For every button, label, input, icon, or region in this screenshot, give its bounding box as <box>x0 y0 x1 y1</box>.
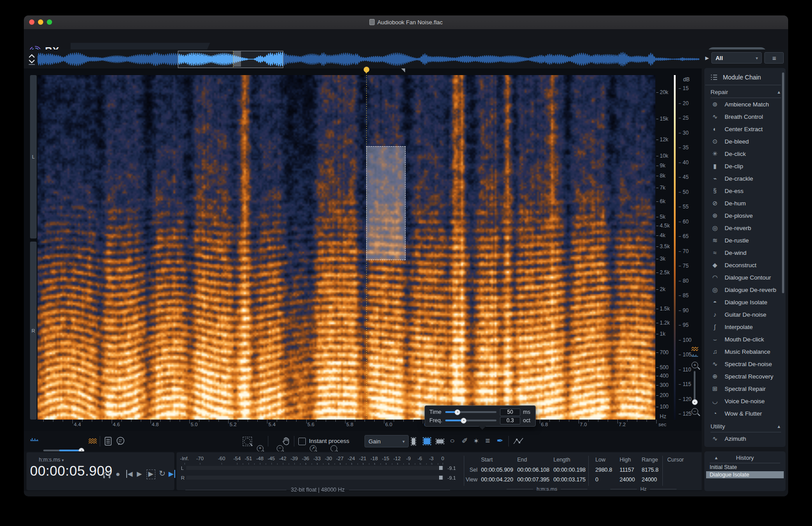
preview-play-icon[interactable]: ▶ <box>705 55 709 61</box>
module-item-de-bleed[interactable]: ⊙De-bleed <box>704 135 786 148</box>
vertical-zoom-knob[interactable] <box>692 399 698 405</box>
zoom-in-button[interactable]: + <box>257 445 263 452</box>
time-selection-tool[interactable] <box>409 437 418 446</box>
time-frequency-selection-tool[interactable] <box>422 437 432 446</box>
db-tick: 70 <box>679 248 688 254</box>
module-item-spectral-repair[interactable]: ⊞Spectral Repair <box>704 382 786 395</box>
module-item-de-reverb[interactable]: ◎De-reverb <box>704 222 786 234</box>
history-item[interactable]: Dialogue Isolate <box>706 471 784 478</box>
module-item-de-click[interactable]: ✳De-click <box>704 148 786 160</box>
db-colorbar[interactable] <box>674 75 676 420</box>
section-header-repair[interactable]: Repair▲ <box>710 86 781 98</box>
module-filter-select[interactable]: All ▾ <box>711 52 762 64</box>
overview-view-window[interactable] <box>178 51 283 68</box>
magic-wand-tool[interactable]: ✶ <box>471 436 481 445</box>
vertical-zoom-out-icon[interactable]: − <box>692 408 698 415</box>
module-item-dialogue-contour[interactable]: ◠Dialogue Contour <box>704 271 786 284</box>
spectrogram-canvas[interactable] <box>38 75 655 420</box>
module-item-label: Interpolate <box>725 324 753 330</box>
db-tick: 90 <box>679 307 688 314</box>
selection-corner-marker[interactable] <box>401 68 405 72</box>
zoom-fit-button[interactable]: ↗ <box>310 445 316 452</box>
spectral-selection[interactable] <box>366 146 406 260</box>
module-item-de-plosive[interactable]: ⊛De-plosive <box>704 209 786 222</box>
module-item-spectral-recovery[interactable]: ⊕Spectral Recovery <box>704 370 786 382</box>
popup-time-value[interactable]: 50 <box>500 409 520 416</box>
module-item-ambience-match[interactable]: ⊚Ambience Match <box>704 98 786 110</box>
module-item-mouth-de-click[interactable]: ⌣Mouth De-click <box>704 333 786 345</box>
process-mode-select[interactable]: Gain ▾ <box>365 435 409 447</box>
module-item-dialogue-de-reverb[interactable]: ◎Dialogue De-reverb <box>704 284 786 296</box>
play-button[interactable]: ▶ <box>137 470 142 478</box>
channel-gutter-left[interactable]: L <box>30 75 37 238</box>
waveform-display-icon[interactable] <box>30 438 39 444</box>
chevron-down-icon: ▾ <box>402 439 405 444</box>
module-list-menu-button[interactable]: ≡ <box>764 52 784 64</box>
module-item-spectral-de-noise[interactable]: ∿Spectral De-noise <box>704 358 786 370</box>
zoom-out-button[interactable]: − <box>277 445 283 452</box>
time-ruler[interactable]: 4.44.64.85.05.25.45.65.86.06.26.46.66.87… <box>24 420 702 431</box>
view-high: 24000 <box>620 477 635 483</box>
module-item-de-crackle[interactable]: ⌁De-crackle <box>704 172 786 185</box>
interpolate-icon: ∫ <box>710 323 719 330</box>
waveform-view-icon[interactable] <box>691 354 699 359</box>
brush-tool[interactable]: ✐ <box>460 436 470 445</box>
dialogue-isolate-icon: ◓ <box>710 299 719 306</box>
waveform-overview[interactable] <box>38 50 699 68</box>
playhead-marker[interactable] <box>364 67 369 72</box>
go-to-start-button[interactable]: ◀ <box>126 470 133 478</box>
popup-time-slider[interactable] <box>445 411 496 413</box>
lasso-tool[interactable]: ○ <box>447 437 457 444</box>
module-chain-item[interactable]: Module Chain <box>705 70 781 85</box>
module-item-de-ess[interactable]: §De-ess <box>704 185 786 197</box>
module-item-interpolate[interactable]: ∫Interpolate <box>704 321 786 333</box>
spectrogram-display-icon[interactable] <box>88 438 97 444</box>
module-item-dither[interactable]: ∷Dither <box>704 445 786 447</box>
flatten-tool[interactable]: ≡ <box>483 436 492 445</box>
instant-process-checkbox[interactable] <box>298 438 306 445</box>
play-selection-button[interactable]: ▶ <box>147 469 155 479</box>
time-format-selector[interactable]: h:m:s.ms ▾ <box>39 457 64 463</box>
popup-freq-value[interactable]: 0.3 <box>500 417 520 424</box>
channel-gutter-right[interactable]: R <box>30 242 37 420</box>
row-view-label: View <box>464 477 477 483</box>
module-item-de-wind[interactable]: ≈De-wind <box>704 246 786 259</box>
module-item-center-extract[interactable]: ◐Center Extract <box>704 123 786 135</box>
history-collapse-icon[interactable]: ▲ <box>714 455 718 460</box>
frequency-selection-tool[interactable] <box>435 437 445 446</box>
clip-list-icon[interactable] <box>104 437 112 446</box>
spectrogram-view-icon[interactable] <box>691 347 699 352</box>
module-item-azimuth[interactable]: ∿Azimuth <box>704 432 786 445</box>
search-zoom-button[interactable] <box>331 445 337 452</box>
feather-tool[interactable]: ✒ <box>495 436 505 445</box>
comment-icon[interactable] <box>116 437 125 446</box>
popup-freq-slider[interactable] <box>445 420 496 421</box>
loop-button[interactable]: ↻ <box>159 469 165 478</box>
module-list-scrollbar[interactable] <box>782 72 784 293</box>
col-low: Low <box>595 457 605 463</box>
record-button[interactable]: ● <box>116 470 120 479</box>
module-item-deconstruct[interactable]: ◆Deconstruct <box>704 259 786 271</box>
panel-resize-chevrons-icon[interactable] <box>27 53 36 65</box>
module-item-dialogue-isolate[interactable]: ◓Dialogue Isolate <box>704 296 786 308</box>
hand-tool-button[interactable] <box>282 437 290 446</box>
section-header-utility[interactable]: Utility▲ <box>710 420 781 432</box>
vertical-zoom-slider[interactable] <box>694 371 695 405</box>
module-item-wow-flutter[interactable]: ◔Wow & Flutter <box>704 407 786 420</box>
view-length: 00:00:03.175 <box>553 477 586 483</box>
module-item-guitar-de-noise[interactable]: ♪Guitar De-noise <box>704 308 786 321</box>
edit-nodes-tool[interactable] <box>513 437 524 446</box>
monitor-headphones-button[interactable] <box>102 471 111 479</box>
de-reverb-icon: ◎ <box>710 224 719 231</box>
ruler-label: 6.8 <box>541 422 548 427</box>
module-item-music-rebalance[interactable]: ♫Music Rebalance <box>704 345 786 358</box>
module-item-voice-de-noise[interactable]: ◡Voice De-noise <box>704 395 786 407</box>
history-item[interactable]: Initial State <box>706 464 784 471</box>
module-item-de-rustle[interactable]: ≋De-rustle <box>704 234 786 246</box>
play-to-end-button[interactable]: ▶ <box>169 470 175 478</box>
vertical-zoom-in-icon[interactable]: + <box>692 362 698 368</box>
module-item-de-clip[interactable]: ▮De-clip <box>704 160 786 172</box>
module-item-de-hum[interactable]: ⊘De-hum <box>704 197 786 209</box>
zoom-selection-button[interactable] <box>243 437 252 446</box>
module-item-breath-control[interactable]: ∿Breath Control <box>704 110 786 123</box>
